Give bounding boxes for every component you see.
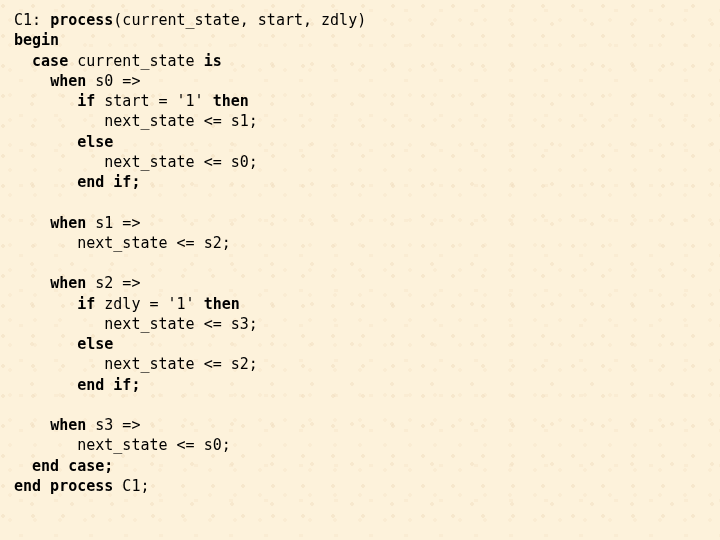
code-line: end if; [14, 376, 140, 394]
code-line: when s0 => [14, 72, 140, 90]
code-line: next_state <= s3; [14, 315, 258, 333]
code-line: when s3 => [14, 416, 140, 434]
code-line: when s2 => [14, 274, 140, 292]
code-line: if start = '1' then [14, 92, 249, 110]
code-line: next_state <= s2; [14, 355, 258, 373]
code-line: end case; [14, 457, 113, 475]
code-line: case current_state is [14, 52, 222, 70]
code-line: next_state <= s2; [14, 234, 231, 252]
code-line: else [14, 335, 113, 353]
code-line: end process C1; [14, 477, 149, 495]
code-block: C1: process(current_state, start, zdly) … [0, 0, 720, 496]
code-line: next_state <= s1; [14, 112, 258, 130]
code-line: next_state <= s0; [14, 153, 258, 171]
code-line: else [14, 133, 113, 151]
code-line: if zdly = '1' then [14, 295, 240, 313]
code-line: next_state <= s0; [14, 436, 231, 454]
code-line: when s1 => [14, 214, 140, 232]
code-line: begin [14, 31, 59, 49]
code-line: C1: process(current_state, start, zdly) [14, 11, 366, 29]
code-line: end if; [14, 173, 140, 191]
